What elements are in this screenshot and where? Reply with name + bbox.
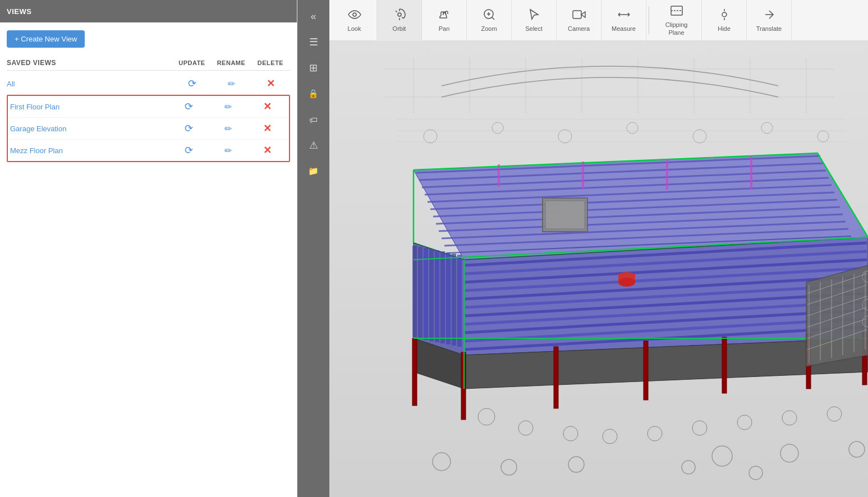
create-new-view-button[interactable]: + Create New View bbox=[7, 30, 85, 48]
svg-rect-76 bbox=[498, 164, 500, 187]
delete-all-button[interactable]: ✕ bbox=[251, 77, 290, 90]
tag-icon: 🏷 bbox=[309, 115, 318, 125]
views-header: VIEWS bbox=[0, 0, 297, 22]
camera-label: Camera bbox=[568, 25, 590, 33]
svg-point-103 bbox=[692, 421, 707, 435]
rename-mezz-floor-plan-button[interactable]: ✏ bbox=[208, 145, 247, 156]
camera-icon bbox=[572, 8, 586, 23]
x-icon: ✕ bbox=[263, 144, 272, 157]
view-name-all[interactable]: All bbox=[7, 80, 172, 88]
list-view-button[interactable]: ☰ bbox=[301, 30, 327, 54]
svg-point-101 bbox=[603, 429, 617, 444]
svg-point-25 bbox=[627, 122, 638, 134]
look-label: Look bbox=[348, 25, 361, 33]
select-icon bbox=[527, 8, 541, 23]
svg-point-106 bbox=[827, 407, 842, 421]
orbit-icon bbox=[393, 8, 406, 23]
toolbar-measure[interactable]: Measure bbox=[601, 0, 646, 41]
view-row-first-floor-plan: First Floor Plan ⟳ ✏ ✕ bbox=[8, 96, 289, 118]
svg-rect-77 bbox=[582, 162, 584, 190]
toolbar-zoom[interactable]: Zoom bbox=[467, 0, 512, 41]
svg-point-27 bbox=[761, 122, 773, 134]
saved-views-section: SAVED VIEWS UPDATE RENAME DELETE All ⟳ ✏… bbox=[0, 56, 297, 162]
update-first-floor-plan-button[interactable]: ⟳ bbox=[169, 100, 208, 113]
layers-button[interactable]: ⊞ bbox=[301, 56, 327, 80]
warning-button[interactable]: ⚠ bbox=[301, 134, 327, 157]
x-icon: ✕ bbox=[263, 122, 272, 135]
svg-point-102 bbox=[647, 426, 662, 441]
building-3d-svg bbox=[329, 41, 868, 497]
hide-label: Hide bbox=[718, 25, 731, 33]
rename-garage-elevation-button[interactable]: ✏ bbox=[208, 123, 247, 134]
svg-point-104 bbox=[737, 415, 752, 430]
svg-point-1 bbox=[398, 13, 401, 16]
svg-point-100 bbox=[563, 426, 578, 441]
svg-point-22 bbox=[424, 130, 437, 143]
3d-viewport[interactable] bbox=[329, 41, 868, 497]
col-header-delete: DELETE bbox=[251, 59, 290, 66]
folder-button[interactable]: 📁 bbox=[301, 159, 327, 183]
svg-point-26 bbox=[693, 130, 706, 143]
delete-garage-elevation-button[interactable]: ✕ bbox=[247, 122, 287, 135]
toolbar-camera[interactable]: Camera bbox=[557, 0, 601, 41]
update-icon: ⟳ bbox=[185, 122, 193, 135]
x-icon: ✕ bbox=[263, 100, 272, 113]
pan-label: Pan bbox=[439, 25, 450, 33]
orbit-label: Orbit bbox=[393, 25, 406, 33]
svg-rect-66 bbox=[412, 338, 417, 406]
collapse-button[interactable]: « bbox=[301, 4, 327, 28]
clipping-plane-label: ClippingPlane bbox=[665, 21, 688, 36]
view-name-mezz-floor-plan[interactable]: Mezz Floor Plan bbox=[10, 146, 169, 155]
app-container: VIEWS + Create New View SAVED VIEWS UPDA… bbox=[0, 0, 868, 497]
top-toolbar: Look Orbit bbox=[329, 0, 868, 41]
list-icon: ☰ bbox=[309, 36, 318, 48]
svg-point-112 bbox=[849, 441, 865, 457]
col-header-rename: RENAME bbox=[212, 59, 251, 66]
look-icon bbox=[348, 8, 361, 23]
warning-icon: ⚠ bbox=[309, 139, 318, 151]
update-all-button[interactable]: ⟳ bbox=[172, 77, 212, 90]
svg-point-105 bbox=[782, 411, 797, 425]
folder-icon: 📁 bbox=[308, 166, 319, 176]
view-name-garage-elevation[interactable]: Garage Elevation bbox=[10, 125, 169, 133]
delete-first-floor-plan-button[interactable]: ✕ bbox=[247, 100, 287, 113]
rename-all-button[interactable]: ✏ bbox=[212, 79, 251, 89]
toolbar-look[interactable]: Look bbox=[332, 0, 377, 41]
svg-rect-79 bbox=[750, 156, 752, 190]
translate-icon bbox=[763, 8, 776, 23]
toolbar-select[interactable]: Select bbox=[512, 0, 557, 41]
right-section: Look Orbit bbox=[329, 0, 868, 497]
zoom-icon bbox=[483, 8, 496, 23]
select-label: Select bbox=[525, 25, 543, 33]
svg-point-110 bbox=[712, 446, 732, 466]
measure-label: Measure bbox=[612, 25, 636, 33]
collapse-icon: « bbox=[310, 11, 316, 22]
pan-icon bbox=[438, 8, 451, 23]
svg-point-24 bbox=[558, 130, 572, 143]
rename-first-floor-plan-button[interactable]: ✏ bbox=[208, 102, 247, 112]
svg-point-99 bbox=[518, 421, 533, 435]
svg-marker-85 bbox=[806, 265, 868, 366]
zoom-label: Zoom bbox=[481, 25, 497, 33]
toolbar-pan[interactable]: Pan bbox=[422, 0, 467, 41]
view-name-first-floor-plan[interactable]: First Floor Plan bbox=[10, 103, 169, 111]
svg-point-28 bbox=[818, 131, 829, 142]
lock-icon: 🔒 bbox=[308, 89, 319, 99]
tag-button[interactable]: 🏷 bbox=[301, 108, 327, 131]
side-icon-panel: « ☰ ⊞ 🔒 🏷 ⚠ 📁 bbox=[297, 0, 329, 497]
toolbar-orbit[interactable]: Orbit bbox=[377, 0, 422, 41]
hide-icon bbox=[718, 8, 731, 23]
svg-point-114 bbox=[749, 466, 763, 480]
update-garage-elevation-button[interactable]: ⟳ bbox=[169, 122, 208, 135]
svg-rect-3 bbox=[573, 11, 581, 19]
toolbar-separator bbox=[649, 6, 649, 34]
svg-point-108 bbox=[501, 459, 517, 475]
toolbar-translate[interactable]: Translate bbox=[747, 0, 792, 41]
measure-icon bbox=[617, 8, 631, 23]
lock-button[interactable]: 🔒 bbox=[301, 82, 327, 105]
col-header-update: UPDATE bbox=[172, 59, 212, 66]
delete-mezz-floor-plan-button[interactable]: ✕ bbox=[247, 144, 287, 157]
update-mezz-floor-plan-button[interactable]: ⟳ bbox=[169, 144, 208, 157]
toolbar-hide[interactable]: Hide bbox=[702, 0, 747, 41]
toolbar-clipping-plane[interactable]: ClippingPlane bbox=[651, 0, 702, 41]
